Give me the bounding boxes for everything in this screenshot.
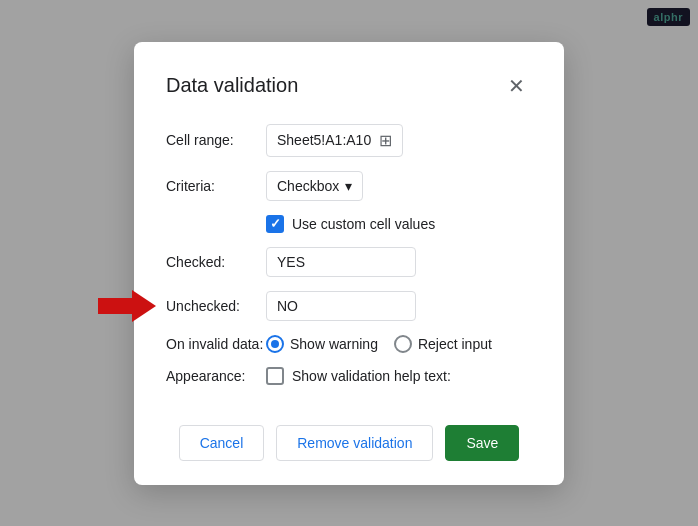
dialog-overlay: Data validation ✕ Cell range: Sheet5!A1:… bbox=[0, 0, 698, 526]
appearance-checkbox[interactable] bbox=[266, 367, 284, 385]
data-validation-dialog: Data validation ✕ Cell range: Sheet5!A1:… bbox=[134, 42, 564, 485]
reject-input-option[interactable]: Reject input bbox=[394, 335, 492, 353]
criteria-label: Criteria: bbox=[166, 178, 266, 194]
criteria-select[interactable]: Checkbox ▾ bbox=[266, 171, 363, 201]
checked-input[interactable] bbox=[266, 247, 416, 277]
unchecked-input[interactable] bbox=[266, 291, 416, 321]
dialog-title: Data validation bbox=[166, 74, 298, 97]
unchecked-label: Unchecked: bbox=[166, 298, 266, 314]
grid-icon: ⊞ bbox=[379, 131, 392, 150]
red-arrow-icon bbox=[98, 290, 156, 322]
reject-input-radio[interactable] bbox=[394, 335, 412, 353]
unchecked-row: Unchecked: bbox=[166, 291, 532, 321]
dialog-footer: Cancel Remove validation Save bbox=[166, 409, 532, 461]
show-warning-radio[interactable] bbox=[266, 335, 284, 353]
checkmark-icon: ✓ bbox=[270, 217, 281, 230]
cancel-button[interactable]: Cancel bbox=[179, 425, 265, 461]
appearance-checkbox-label: Show validation help text: bbox=[292, 368, 451, 384]
checked-row: Checked: bbox=[166, 247, 532, 277]
remove-validation-button[interactable]: Remove validation bbox=[276, 425, 433, 461]
reject-input-label: Reject input bbox=[418, 336, 492, 352]
criteria-row: Criteria: Checkbox ▾ bbox=[166, 171, 532, 201]
save-button[interactable]: Save bbox=[445, 425, 519, 461]
cell-range-label: Cell range: bbox=[166, 132, 266, 148]
chevron-down-icon: ▾ bbox=[345, 178, 352, 194]
close-button[interactable]: ✕ bbox=[500, 70, 532, 102]
svg-marker-0 bbox=[98, 290, 156, 322]
checked-label: Checked: bbox=[166, 254, 266, 270]
show-warning-label: Show warning bbox=[290, 336, 378, 352]
cell-range-row: Cell range: Sheet5!A1:A10 ⊞ bbox=[166, 124, 532, 157]
criteria-value: Checkbox bbox=[277, 178, 339, 194]
on-invalid-data-row: On invalid data: Show warning Reject inp… bbox=[166, 335, 532, 353]
close-icon: ✕ bbox=[508, 76, 525, 96]
on-invalid-data-options: Show warning Reject input bbox=[266, 335, 492, 353]
cell-range-value: Sheet5!A1:A10 bbox=[277, 132, 371, 148]
custom-cell-values-checkbox[interactable]: ✓ bbox=[266, 215, 284, 233]
dialog-header: Data validation ✕ bbox=[166, 70, 532, 102]
custom-cell-values-label: Use custom cell values bbox=[292, 216, 435, 232]
on-invalid-data-label: On invalid data: bbox=[166, 336, 266, 352]
appearance-group: Show validation help text: bbox=[266, 367, 451, 385]
appearance-label: Appearance: bbox=[166, 368, 266, 384]
appearance-row: Appearance: Show validation help text: bbox=[166, 367, 532, 385]
show-warning-option[interactable]: Show warning bbox=[266, 335, 378, 353]
custom-cell-values-row: ✓ Use custom cell values bbox=[266, 215, 532, 233]
cell-range-input[interactable]: Sheet5!A1:A10 ⊞ bbox=[266, 124, 403, 157]
